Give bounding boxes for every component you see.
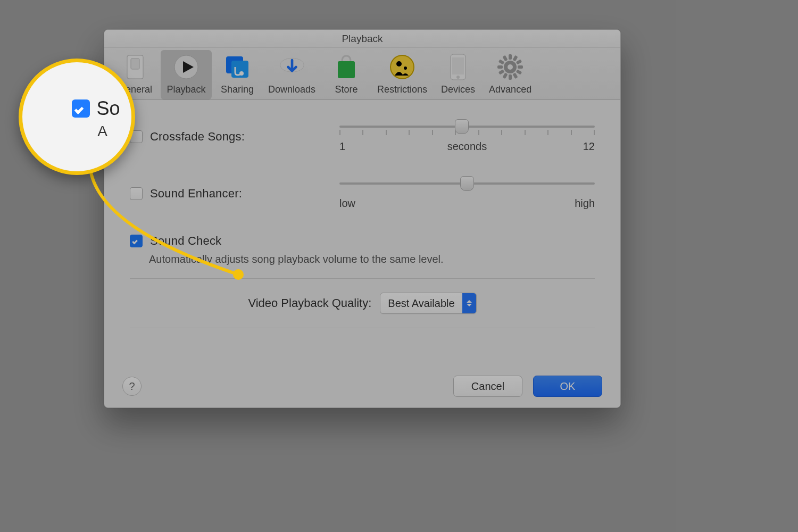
enhancer-min: low (339, 197, 355, 210)
playback-panel: Crossfade Songs: 1 seconds 12 (104, 100, 620, 328)
tab-restrictions[interactable]: Restrictions (372, 50, 433, 99)
svg-point-14 (456, 76, 460, 79)
svg-point-17 (508, 64, 513, 70)
divider (130, 278, 595, 279)
svg-rect-13 (452, 57, 464, 74)
sound-check-description: Automatically adjusts song playback volu… (149, 253, 595, 265)
play-icon (172, 53, 200, 81)
svg-point-6 (239, 71, 244, 76)
tab-advanced[interactable]: Advanced (484, 50, 537, 99)
tab-downloads[interactable]: Downloads (263, 50, 321, 99)
magnifier-callout: So A (19, 59, 135, 175)
video-quality-select[interactable]: Best Available (380, 293, 476, 314)
crossfade-unit: seconds (447, 140, 487, 153)
crossfade-slider[interactable] (339, 120, 595, 133)
callout-endpoint (233, 269, 244, 280)
sound-check-checkbox[interactable] (130, 235, 143, 247)
tab-store[interactable]: Store (321, 50, 372, 99)
preferences-window: Playback General Playback Sharing (104, 29, 621, 408)
enhancer-checkbox[interactable] (130, 187, 143, 200)
sound-check-label: Sound Check (150, 234, 221, 248)
updown-icon (462, 293, 476, 313)
cancel-button[interactable]: Cancel (453, 376, 522, 397)
svg-rect-1 (131, 59, 139, 69)
tab-sharing[interactable]: Sharing (212, 50, 263, 99)
enhancer-slider[interactable] (339, 177, 595, 190)
tab-playback[interactable]: Playback (161, 50, 212, 99)
restrictions-icon (388, 53, 416, 81)
tab-devices[interactable]: Devices (433, 50, 484, 99)
callout-checked-icon (72, 99, 90, 118)
preferences-toolbar: General Playback Sharing Downloads (104, 48, 620, 100)
svg-point-10 (396, 61, 402, 66)
svg-point-11 (404, 66, 407, 70)
svg-rect-16 (509, 54, 512, 60)
window-title: Playback (104, 30, 620, 48)
enhancer-max: high (575, 197, 595, 210)
dialog-footer: ? Cancel OK (104, 365, 620, 408)
enhancer-label: Sound Enhancer: (150, 187, 242, 201)
svg-rect-8 (338, 61, 355, 78)
store-icon (332, 53, 360, 81)
download-icon (278, 53, 306, 81)
crossfade-label: Crossfade Songs: (150, 130, 245, 144)
divider (130, 328, 595, 328)
crossfade-min: 1 (339, 140, 345, 153)
callout-text-2: A (97, 123, 107, 140)
sharing-icon (223, 53, 251, 81)
help-button[interactable]: ? (122, 377, 142, 396)
crossfade-max: 12 (583, 140, 595, 153)
video-quality-label: Video Playback Quality: (248, 296, 371, 310)
gear-icon (496, 53, 524, 81)
switch-icon (121, 53, 149, 81)
device-icon (444, 53, 472, 81)
callout-text-1: So (96, 97, 120, 120)
ok-button[interactable]: OK (533, 376, 602, 397)
